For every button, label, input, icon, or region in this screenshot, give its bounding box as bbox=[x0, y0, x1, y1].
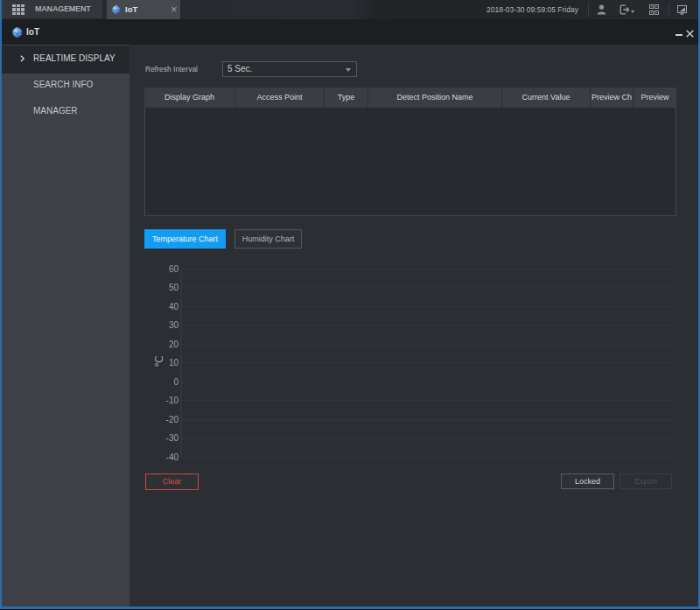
svg-text:60: 60 bbox=[169, 264, 179, 274]
svg-text:-10: -10 bbox=[166, 396, 179, 405]
svg-text:10: 10 bbox=[169, 358, 179, 368]
svg-text:0: 0 bbox=[173, 377, 178, 387]
svg-text:30: 30 bbox=[169, 320, 179, 330]
svg-text:-30: -30 bbox=[166, 433, 179, 443]
svg-text:40: 40 bbox=[169, 302, 179, 312]
svg-text:-20: -20 bbox=[166, 415, 179, 424]
svg-text:℃: ℃ bbox=[153, 355, 165, 367]
svg-text:50: 50 bbox=[169, 283, 179, 292]
svg-text:20: 20 bbox=[169, 340, 179, 349]
svg-text:-40: -40 bbox=[166, 452, 179, 462]
